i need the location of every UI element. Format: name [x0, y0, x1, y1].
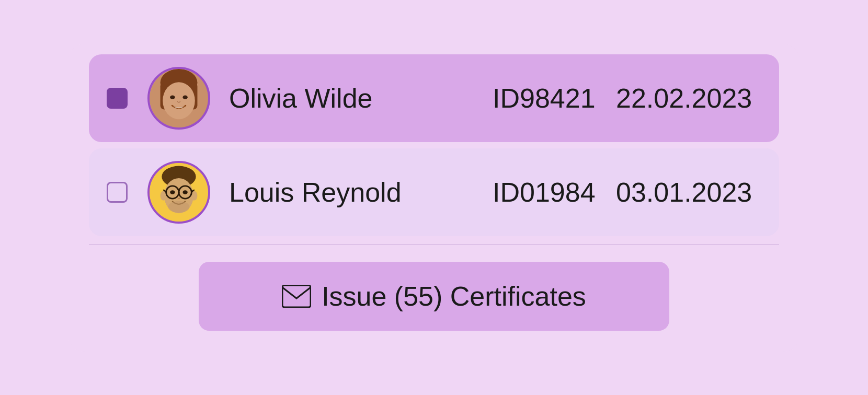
svg-point-18 — [168, 201, 189, 212]
person-id: ID01984 — [493, 177, 597, 208]
avatar — [147, 67, 210, 130]
person-name: Louis Reynold — [229, 177, 474, 208]
svg-point-4 — [163, 82, 195, 119]
svg-point-5 — [170, 95, 175, 99]
person-date: 22.02.2023 — [616, 83, 762, 114]
svg-rect-19 — [282, 285, 311, 307]
table-row[interactable]: Olivia Wilde ID98421 22.02.2023 — [89, 54, 779, 142]
person-date: 03.01.2023 — [616, 177, 762, 208]
issue-button-label: Issue (55) Certificates — [322, 281, 586, 312]
row-1-checkbox[interactable] — [106, 87, 129, 110]
main-container: Olivia Wilde ID98421 22.02.2023 — [68, 44, 800, 352]
svg-point-6 — [182, 95, 187, 99]
row-2-checkbox[interactable] — [106, 181, 129, 204]
checkbox-filled-icon — [107, 88, 128, 109]
svg-point-15 — [170, 190, 175, 194]
avatar — [147, 161, 210, 224]
person-id: ID98421 — [493, 83, 597, 114]
table-row[interactable]: Louis Reynold ID01984 03.01.2023 — [89, 148, 779, 236]
person-name: Olivia Wilde — [229, 83, 474, 114]
envelope-icon — [282, 285, 311, 308]
issue-certificates-button[interactable]: Issue (55) Certificates — [199, 262, 669, 331]
checkbox-empty-icon — [107, 182, 128, 203]
svg-point-16 — [182, 190, 187, 194]
divider — [89, 245, 779, 245]
